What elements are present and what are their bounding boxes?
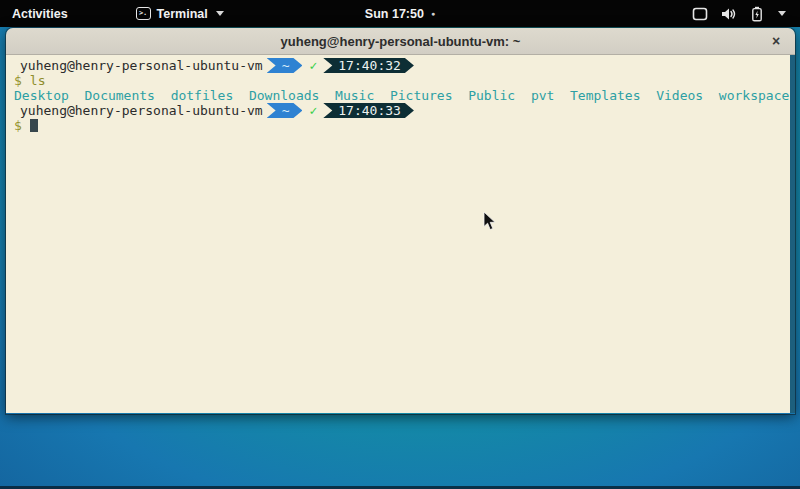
chevron-down-icon	[216, 11, 224, 16]
prompt-time-segment: 17:40:33	[323, 103, 414, 118]
prompt-path: ~	[282, 103, 290, 118]
prompt-path-segment: ~	[267, 58, 303, 73]
prompt-path: ~	[282, 58, 290, 73]
window-title: yuheng@henry-personal-ubuntu-vm: ~	[281, 34, 521, 49]
check-icon: ✓	[309, 58, 317, 73]
prompt-user-host: yuheng@henry-personal-ubuntu-vm	[14, 103, 263, 118]
directory-name: dotfiles	[171, 88, 234, 103]
prompt-time-segment: 17:40:32	[323, 58, 414, 73]
command-line: $ ls	[14, 73, 795, 88]
terminal-cursor	[30, 119, 38, 132]
check-icon: ✓	[309, 103, 317, 118]
prompt-symbol: $	[14, 118, 22, 133]
window-titlebar[interactable]: yuheng@henry-personal-ubuntu-vm: ~ ×	[6, 28, 795, 55]
directory-name: Public	[468, 88, 515, 103]
clock-label: Sun 17:50	[365, 7, 424, 21]
battery-charging-icon	[751, 6, 763, 22]
volume-icon	[721, 7, 738, 21]
top-bar-left: Activities >. Terminal	[0, 0, 232, 27]
input-line: $	[14, 118, 795, 133]
clock-button[interactable]: Sun 17:50 ●	[357, 0, 443, 27]
terminal-icon: >.	[136, 7, 151, 20]
prompt-user-host: yuheng@henry-personal-ubuntu-vm	[14, 58, 263, 73]
directory-name: Videos	[656, 88, 703, 103]
directory-name: workspace	[719, 88, 789, 103]
directory-name: Music	[335, 88, 374, 103]
screen-icon	[692, 7, 708, 21]
directory-name: Templates	[570, 88, 640, 103]
desktop-screen: Activities >. Terminal Sun 17:50 ●	[0, 0, 800, 489]
prompt-time: 17:40:32	[338, 58, 401, 73]
directory-name: Desktop	[14, 88, 69, 103]
notification-dot-icon: ●	[431, 10, 435, 17]
directory-name: Pictures	[390, 88, 453, 103]
prompt-symbol: $	[14, 73, 22, 88]
prompt-path-segment: ~	[267, 103, 303, 118]
typed-command: ls	[30, 73, 46, 88]
prompt-line-first: yuheng@henry-personal-ubuntu-vm ~ ✓ 17:4…	[14, 58, 795, 73]
app-menu-label: Terminal	[157, 7, 208, 21]
prompt-line-second: yuheng@henry-personal-ubuntu-vm ~ ✓ 17:4…	[14, 103, 795, 118]
prompt-time: 17:40:33	[338, 103, 401, 118]
chevron-down-icon	[778, 11, 786, 16]
terminal-window: yuheng@henry-personal-ubuntu-vm: ~ × yuh…	[6, 28, 795, 414]
terminal-screen[interactable]: yuheng@henry-personal-ubuntu-vm ~ ✓ 17:4…	[6, 55, 795, 413]
directory-name: pvt	[531, 88, 554, 103]
terminal-scrollbar[interactable]	[790, 55, 795, 413]
activities-button[interactable]: Activities	[0, 0, 80, 27]
app-menu-terminal[interactable]: >. Terminal	[128, 0, 232, 27]
gnome-top-bar: Activities >. Terminal Sun 17:50 ●	[0, 0, 800, 27]
ls-output-row: DesktopDocumentsdotfilesDownloadsMusicPi…	[14, 88, 795, 103]
directory-name: Documents	[84, 88, 154, 103]
directory-name: Downloads	[249, 88, 319, 103]
close-button[interactable]: ×	[766, 31, 786, 51]
system-status-area[interactable]	[678, 0, 800, 27]
